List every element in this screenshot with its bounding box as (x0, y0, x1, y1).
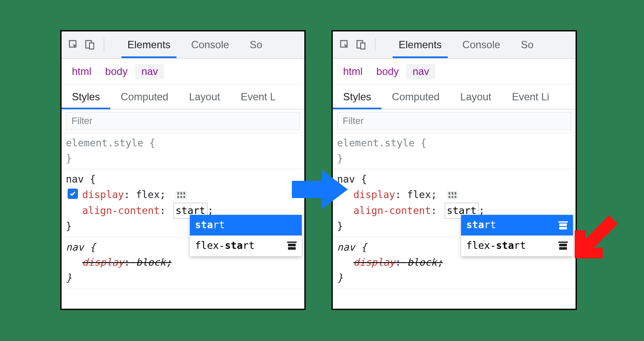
subtab-layout[interactable]: Layout (450, 84, 502, 109)
close-brace: } (337, 153, 343, 164)
styles-filter-input[interactable] (66, 112, 300, 130)
close-brace: } (66, 220, 72, 232)
inspect-icon[interactable] (339, 39, 351, 51)
autocomplete-item-flex-start[interactable]: flex-start (461, 236, 573, 256)
svg-rect-12 (449, 192, 450, 195)
align-start-icon (287, 242, 297, 250)
subtab-computed[interactable]: Computed (110, 84, 179, 109)
svg-rect-16 (452, 196, 453, 198)
device-toggle-icon[interactable] (84, 39, 96, 51)
tab-elements[interactable]: Elements (117, 31, 181, 58)
checkbox-icon[interactable] (68, 189, 78, 199)
svg-rect-5 (183, 192, 185, 195)
autocomplete-item-flex-start[interactable]: flex-start (190, 236, 302, 256)
close-brace: } (66, 153, 72, 164)
selector-nav: nav { (66, 174, 96, 185)
close-brace: } (337, 220, 343, 232)
tab-console[interactable]: Console (181, 31, 239, 58)
align-start-icon (558, 221, 568, 229)
tab-sources-partial[interactable]: So (239, 31, 272, 58)
breadcrumb: html body nav (62, 59, 304, 84)
toolbar-divider (375, 38, 375, 51)
close-brace: } (337, 272, 343, 283)
tab-console[interactable]: Console (452, 31, 511, 58)
flex-editor-icon[interactable] (446, 191, 458, 199)
crumb-body[interactable]: body (370, 64, 405, 79)
autocomplete-item-start[interactable]: start (190, 215, 302, 236)
filter-row (62, 109, 304, 133)
styles-body: element.style { } nav { display: flex; a… (62, 133, 304, 289)
devtools-panel-before: Elements Console So html body nav Styles… (60, 30, 306, 310)
svg-rect-7 (180, 196, 182, 198)
crumb-body[interactable]: body (99, 64, 133, 79)
crumb-html[interactable]: html (66, 64, 97, 79)
subtab-event-listeners[interactable]: Event Li (502, 84, 560, 109)
selector-element-style: element.style { (66, 137, 155, 149)
subtabs: Styles Computed Layout Event L (62, 84, 304, 109)
prop-display-ua: display: block; (66, 255, 300, 270)
align-start-icon (558, 242, 568, 250)
svg-rect-14 (455, 192, 456, 195)
prop-display-ua: display: block; (337, 255, 571, 270)
tab-sources-partial[interactable]: So (511, 31, 544, 58)
devtools-panel-after: Elements Console So html body nav Styles… (331, 30, 577, 310)
prop-name-display: display (353, 189, 395, 200)
prop-name-align-content: align-content (82, 205, 160, 216)
svg-rect-17 (455, 196, 456, 198)
device-toggle-icon[interactable] (355, 39, 367, 51)
svg-rect-15 (449, 196, 450, 198)
rule-element-style[interactable]: element.style { } (333, 133, 576, 169)
autocomplete-item-start[interactable]: start (461, 215, 573, 236)
rule-nav[interactable]: nav { display: flex; align-content: star… (62, 169, 304, 237)
selector-nav-ua: nav { (337, 242, 367, 253)
toolbar-tabs: Elements Console So (117, 31, 272, 58)
svg-rect-11 (361, 43, 365, 49)
svg-rect-8 (183, 196, 185, 198)
styles-filter-input[interactable] (337, 112, 571, 130)
selector-nav-ua: nav { (66, 242, 96, 253)
breadcrumb: html body nav (333, 59, 576, 84)
crumb-html[interactable]: html (337, 64, 368, 79)
svg-rect-6 (177, 196, 179, 198)
styles-body: element.style { } nav { display: flex; a… (333, 133, 576, 289)
crumb-nav[interactable]: nav (406, 64, 435, 79)
svg-rect-13 (452, 192, 453, 195)
attention-arrow-icon (573, 215, 620, 263)
rule-nav[interactable]: nav { display: flex; align-content: star… (333, 169, 576, 237)
prop-name-display: display (82, 189, 124, 200)
prop-name-align-content: align-content (353, 205, 431, 216)
prop-display[interactable]: display: flex; (66, 187, 300, 203)
svg-rect-4 (180, 192, 182, 195)
autocomplete-popup: start flex-start (190, 215, 302, 256)
prop-value-flex[interactable]: flex (407, 189, 431, 200)
inspect-icon[interactable] (68, 39, 80, 51)
selector-element-style: element.style { (337, 137, 427, 149)
subtab-styles[interactable]: Styles (333, 84, 381, 109)
subtab-layout[interactable]: Layout (179, 84, 230, 109)
subtabs: Styles Computed Layout Event Li (333, 84, 576, 109)
filter-row (333, 109, 576, 133)
rule-element-style[interactable]: element.style { } (62, 133, 304, 169)
svg-rect-2 (90, 43, 94, 49)
toolbar-divider (104, 38, 104, 51)
tab-elements[interactable]: Elements (388, 31, 452, 58)
arrow-right-icon (292, 168, 348, 211)
crumb-nav[interactable]: nav (135, 64, 164, 79)
close-brace: } (66, 272, 72, 283)
prop-display[interactable]: display: flex; (337, 187, 571, 203)
subtab-styles[interactable]: Styles (62, 84, 110, 109)
autocomplete-popup: start flex-start (461, 215, 573, 256)
svg-rect-3 (177, 192, 179, 195)
devtools-toolbar: Elements Console So (62, 31, 304, 59)
prop-value-flex[interactable]: flex (136, 189, 160, 200)
subtab-computed[interactable]: Computed (381, 84, 450, 109)
subtab-event-listeners[interactable]: Event L (230, 84, 286, 109)
flex-editor-icon[interactable] (175, 191, 187, 199)
toolbar-tabs: Elements Console So (388, 31, 544, 58)
devtools-toolbar: Elements Console So (333, 31, 576, 59)
